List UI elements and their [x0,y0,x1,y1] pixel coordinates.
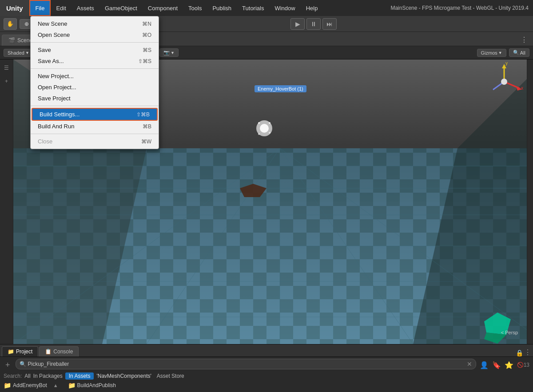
svg-point-21 [260,124,269,133]
persp-label: < Persp [501,330,518,335]
menu-gameobject[interactable]: GameObject [99,0,143,16]
breadcrumb-bar: Search: All In Packages In Assets 'NavMe… [4,371,529,381]
app-logo: Unity [0,0,29,16]
hidden-count: 🚫13 [517,362,529,368]
play-button[interactable]: ▶ [290,18,305,30]
add-asset-button[interactable]: + [4,360,12,370]
menu-close: Close ⌘W [31,136,159,147]
shaded-dropdown[interactable]: Shaded ▼ [4,49,33,57]
search-label: Search: [4,373,22,379]
file-list: 📁 AddEnemyBot ▲ 📁 BuildAndPublish [4,381,529,390]
bottom-content: + 🔍 ✕ 👤 🔖 ⭐ 🚫13 Search: All In Packages … [0,357,533,392]
star-icon[interactable]: ⭐ [505,361,513,369]
separator-3 [31,106,159,106]
menu-open-project[interactable]: Open Project... [31,82,159,93]
project-tab-icon: 📁 [8,348,14,355]
menu-build-and-run[interactable]: Build And Run ⌘B [31,121,159,132]
menu-file[interactable]: File [29,0,51,16]
menu-bar: Unity File Edit Assets GameObject Compon… [0,0,533,16]
folder-add-enemy-bot[interactable]: 📁 AddEnemyBot [4,382,47,389]
hierarchy-icon[interactable]: ☰ [2,63,12,73]
right-sidebar [527,59,533,344]
filter-asset-store[interactable]: Asset Store [157,373,184,379]
bottom-tab-bar: 📁 Project 📋 Console 🔒 ⋮ [0,344,533,357]
menu-new-project[interactable]: New Project... [31,71,159,82]
gizmos-arrow-icon: ▼ [498,51,502,55]
menu-publish[interactable]: Publish [207,0,237,16]
gizmos-dropdown[interactable]: Gizmos ▼ [477,49,506,57]
search-bar: 🔍 ✕ [16,359,476,369]
pause-button[interactable]: ⏸ [306,18,321,30]
menu-help[interactable]: Help [301,0,323,16]
camera-arrow-icon: ▼ [171,51,175,55]
menu-save-project[interactable]: Save Project [31,93,159,104]
search-icon: 🔍 [20,361,26,367]
separator-4 [31,134,159,134]
tab-project[interactable]: 📁 Project [2,346,38,356]
separator-2 [31,68,159,69]
user-icon[interactable]: 👤 [480,361,489,369]
sort-arrow: ▲ [53,383,58,388]
svg-text:🔒: 🔒 [526,67,527,74]
file-dropdown-menu: New Scene ⌘N Open Scene ⌘O Save ⌘S Save … [30,16,159,149]
svg-point-22 [258,122,260,124]
folder-icon-2: 📁 [68,382,76,389]
svg-text:x: x [521,86,523,91]
tab-console[interactable]: 📋 Console [39,346,79,356]
scene-tab-icon: 🎬 [8,37,15,44]
menu-tutorials[interactable]: Tutorials [237,0,269,16]
svg-point-23 [269,122,270,124]
left-sidebar: ☰ + [0,59,13,344]
camera-btn[interactable]: 📷 ▼ [159,48,179,57]
folder-build-and-publish[interactable]: 📁 BuildAndPublish [68,382,116,389]
menu-open-scene[interactable]: Open Scene ⌘O [31,29,159,40]
shaded-arrow-icon: ▼ [25,51,29,55]
menu-new-scene[interactable]: New Scene ⌘N [31,18,159,29]
panel-more-icon[interactable]: ⋮ [524,348,531,356]
menu-assets[interactable]: Assets [72,0,99,16]
menu-build-settings[interactable]: Build Settings... ⇧⌘B [32,108,158,121]
menu-save-as[interactable]: Save As... ⇧⌘S [31,55,159,67]
svg-point-24 [258,133,260,135]
tab-more-button[interactable]: ⋮ [517,34,531,46]
menu-save[interactable]: Save ⌘S [31,44,159,55]
search-clear-button[interactable]: ✕ [467,360,472,368]
bookmark-icon[interactable]: 🔖 [492,361,501,369]
svg-text:y: y [505,61,508,66]
menu-window[interactable]: Window [269,0,300,16]
console-tab-icon: 📋 [45,348,52,355]
filter-in-packages[interactable]: In Packages [33,373,63,379]
step-button[interactable]: ⏭ [322,18,337,30]
hand-tool-btn[interactable]: ✋ [4,18,17,30]
bottom-panel: 📁 Project 📋 Console 🔒 ⋮ + 🔍 ✕ 👤 🔖 ⭐ 🚫13 [0,344,533,392]
panel-lock-icon[interactable]: 🔒 [516,349,523,356]
enemy-label: Enemy_HoverBot (1) [255,85,306,92]
menu-edit[interactable]: Edit [51,0,71,16]
search-input[interactable] [28,361,465,367]
menu-component[interactable]: Component [143,0,183,16]
play-controls: ▶ ⏸ ⏭ [290,18,337,30]
filter-value: 'NavMeshComponents' [96,373,151,379]
svg-point-25 [269,132,270,134]
folder-icon-1: 📁 [4,382,11,389]
plus-icon[interactable]: + [2,76,12,86]
svg-point-36 [501,79,507,85]
window-title: MainScene - FPS Microgame Test - WebGL -… [390,5,533,11]
pivot-icon: ⊕ [24,21,29,27]
menu-tools[interactable]: Tools [183,0,207,16]
separator-1 [31,42,159,43]
search-all-btn[interactable]: 🔍 All [509,48,529,57]
filter-in-assets[interactable]: In Assets [65,372,94,380]
filter-all[interactable]: All [24,373,30,379]
